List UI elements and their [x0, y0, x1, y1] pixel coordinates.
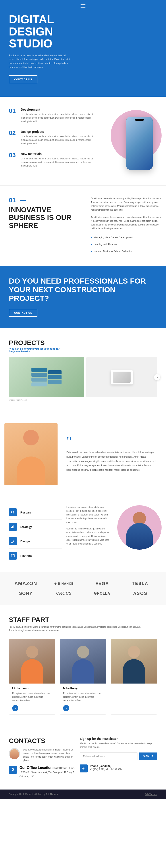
feature-num-3: 03	[9, 152, 18, 158]
person-head	[23, 430, 39, 445]
services-person	[117, 505, 166, 550]
brand-binance: ◆ BINANCE	[54, 582, 74, 585]
staff-card-2: Mike Perry Excepteur sint occaecat cupid…	[60, 639, 106, 715]
course-item-1: Managing Your Career Development	[91, 234, 162, 241]
phone-mockup	[126, 117, 153, 170]
service-label-research: Research	[20, 511, 33, 514]
contact-meta-text: Use our contact form for all information…	[23, 748, 75, 762]
office-title: Our Office Location	[20, 766, 53, 770]
staff-card-1: Linda Larson Excepteur sint occaecat cup…	[9, 639, 55, 715]
course-item-2: Leading with Finance	[91, 241, 162, 248]
contacts-title: CONTACTS	[9, 737, 75, 745]
staff-name-2: Mike Perry	[63, 687, 103, 690]
design-icon	[9, 537, 17, 545]
quote-author: Benjamin Franklin	[9, 350, 30, 353]
innovative-number: 01	[9, 197, 84, 204]
phone-text: Phone (Landline) +1 (234) 7 891, +1 (12)…	[90, 765, 123, 771]
phone-icon	[80, 765, 88, 772]
brand-tesla: TESLA	[132, 581, 148, 586]
service-label-design: Design	[20, 540, 30, 543]
contacts-right: Sign up for the newsletter Want to be th…	[75, 737, 166, 778]
email-input[interactable]	[80, 752, 137, 760]
staff-photo-3	[111, 639, 157, 684]
gallery-next-arrow[interactable]: ›	[154, 374, 161, 380]
service-item-design[interactable]: Design	[9, 534, 62, 549]
brand-sony: SONY	[19, 591, 33, 596]
svg-rect-6	[11, 554, 14, 557]
features-section: 01 Development Ut enim ad minim veniam, …	[0, 97, 166, 185]
project-image-2	[86, 357, 157, 397]
quote-mark: "	[66, 437, 157, 446]
email-signup-row: SIGN UP	[80, 752, 157, 760]
staff-silhouette-1	[19, 646, 45, 684]
feature-text-3: Ut enim ad minim veniam, quis nostrud ex…	[21, 157, 93, 167]
book-stack-2	[48, 370, 62, 384]
projects-credit: Images from Freepik	[9, 399, 157, 401]
contacts-left: CONTACTS Use our contact form for all in…	[0, 737, 75, 778]
projects-section: PROJECTS "You can do anything you set yo…	[0, 328, 166, 412]
quote-text: "You can do anything you set your mind t…	[9, 347, 60, 350]
projects-title: PROJECTS	[9, 339, 157, 346]
blue-banner-section: DO YOU NEED PROFESSIONALS FOR YOUR NEXT …	[0, 266, 166, 328]
phone-title: Phone (Landline)	[90, 765, 123, 768]
staff-silhouette-3	[121, 646, 147, 684]
office-location-icon	[9, 766, 17, 774]
feature-text-2: Ut enim ad minim veniam, quis nostrud ex…	[21, 135, 93, 146]
feature-title-1: Development	[21, 108, 93, 111]
email-submit-button[interactable]: SIGN UP	[139, 752, 157, 760]
course-list: Managing Your Career Development Leading…	[91, 234, 162, 254]
research-icon	[9, 508, 17, 516]
innovative-text-2: Amet luctus venenatis lectus magna fring…	[91, 215, 162, 230]
phone-numbers: +1 (234) 7 891, +1 (12) 232 3394.	[90, 768, 123, 771]
services-person-circle	[117, 505, 162, 550]
service-label-planning: Planning	[20, 554, 33, 557]
staff-info-1: Linda Larson Excepteur sint occaecat cup…	[9, 684, 55, 714]
innovative-section: 01 INNOVATIVE BUSINESS IS OUR SPHERE Ame…	[0, 185, 166, 266]
testimonial-photo	[4, 423, 58, 485]
svg-line-1	[13, 513, 14, 514]
planning-icon	[9, 552, 17, 560]
services-list: Research Strategy Design	[0, 505, 62, 563]
s2-body	[72, 659, 94, 684]
project-image-1	[9, 357, 84, 397]
staff-arrow-2[interactable]: ›	[63, 705, 69, 711]
feature-text-1: Ut enim ad minim veniam, quis nostrud ex…	[21, 113, 93, 123]
contact-avatar	[9, 748, 20, 759]
innovative-right: Amet luctus venenatis lectus magna fring…	[91, 197, 166, 254]
book-4	[31, 382, 47, 386]
contacts-section: CONTACTS Use our contact form for all in…	[0, 726, 166, 789]
service-item-strategy[interactable]: Strategy	[9, 520, 62, 534]
footer-link[interactable]: Tab Themes	[145, 793, 157, 796]
service-item-planning[interactable]: Planning	[9, 549, 62, 563]
hero-cta-button[interactable]: CONTACT US	[9, 75, 37, 83]
brand-amazon: amazon	[14, 581, 37, 586]
staff-section: STAFF PART Far far away, behind the word…	[0, 605, 166, 726]
feature-num-2: 02	[9, 130, 18, 136]
feature-content-2: Design projects Ut enim ad minim veniam,…	[21, 130, 93, 146]
testimonial-section: " Duis aute irure dolor in reprehenderit…	[0, 412, 166, 496]
banner-cta-button[interactable]: CONTACT US	[9, 309, 37, 317]
services-text-1: Excepteur sint occaecat cupidatat non pr…	[66, 505, 111, 524]
brand-asos: asos	[133, 591, 147, 596]
feature-content-1: Development Ut enim ad minim veniam, qui…	[21, 108, 93, 123]
contact-address-row: Our Office Location Digital Design Studi…	[9, 766, 75, 778]
innovative-left: 01 INNOVATIVE BUSINESS IS OUR SPHERE	[0, 197, 91, 254]
feature-content-3: New materials Ut enim ad minim veniam, q…	[21, 152, 93, 167]
hamburger-menu[interactable]	[80, 4, 86, 7]
s3-body	[123, 659, 145, 684]
testimonial-content: " Duis aute irure dolor in reprehenderit…	[62, 437, 166, 472]
staff-description: Far far away, behind the word mountains,…	[9, 625, 142, 632]
card-inner	[113, 372, 131, 383]
service-item-research[interactable]: Research	[9, 505, 62, 520]
hero-title: DIGITAL DESIGN STUDIO	[9, 13, 80, 50]
feature-item-3: 03 New materials Ut enim ad minim veniam…	[9, 152, 93, 167]
staff-text-1: Excepteur sint occaecat cupidatat non pr…	[12, 692, 52, 702]
staff-arrow-1[interactable]: ›	[12, 705, 19, 711]
hero-section: DIGITAL DESIGN STUDIO Ruck erat lurus do…	[0, 0, 166, 97]
innovative-title: INNOVATIVE BUSINESS IS OUR SPHERE	[9, 206, 84, 229]
features-list: 01 Development Ut enim ad minim veniam, …	[0, 108, 100, 174]
features-phone	[100, 108, 166, 174]
feature-title-3: New materials	[21, 152, 93, 156]
s3-head	[128, 646, 140, 658]
person-shirt	[16, 457, 45, 485]
